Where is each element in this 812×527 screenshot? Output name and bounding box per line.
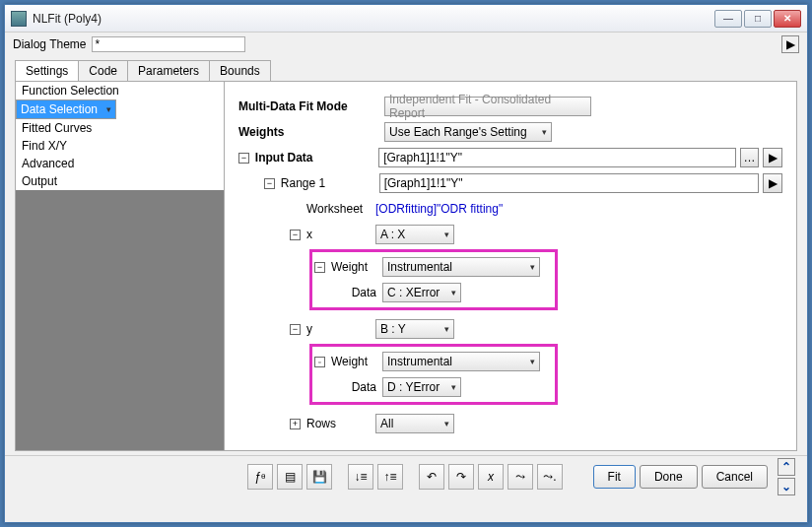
- expand-down-button[interactable]: ⌄: [778, 478, 795, 495]
- sidebar-item-data-selection[interactable]: Data Selection: [16, 99, 116, 119]
- x-expander[interactable]: −: [290, 230, 301, 240]
- weights-select[interactable]: Use Each Range's Setting: [384, 122, 552, 142]
- tool-sort-down-icon[interactable]: ↓≡: [348, 464, 373, 490]
- weights-label: Weights: [238, 125, 357, 139]
- x-label: x: [306, 228, 375, 241]
- form-area: Multi-Data Fit Mode Independent Fit - Co…: [225, 82, 796, 450]
- tool-undo-icon[interactable]: ↶: [419, 464, 444, 490]
- input-data-field[interactable]: [Graph1]1!1"Y": [378, 148, 736, 167]
- tab-bounds[interactable]: Bounds: [209, 60, 271, 81]
- sidebar-item-find-xy[interactable]: Find X/Y: [16, 137, 224, 155]
- tool-redo-icon[interactable]: ↷: [448, 464, 474, 490]
- minimize-button[interactable]: —: [714, 10, 742, 28]
- tool-formula-icon[interactable]: ƒθ: [247, 464, 273, 490]
- x-data-select[interactable]: C : XError: [382, 283, 461, 302]
- y-data-select[interactable]: D : YError: [382, 377, 461, 397]
- theme-menu-button[interactable]: ▶: [781, 35, 799, 53]
- tool-fit1-icon[interactable]: ⤳: [508, 464, 533, 490]
- multi-mode-label: Multi-Data Fit Mode: [238, 99, 357, 113]
- x-weight-expander[interactable]: −: [314, 262, 325, 273]
- titlebar: NLFit (Poly4) — □ ✕: [5, 5, 807, 33]
- range1-menu-button[interactable]: ▶: [763, 173, 782, 193]
- tab-parameters[interactable]: Parameters: [127, 60, 210, 81]
- y-label: y: [306, 322, 375, 336]
- input-data-browse-button[interactable]: …: [740, 148, 760, 167]
- app-icon: [11, 11, 27, 27]
- input-data-expander[interactable]: −: [238, 153, 249, 164]
- cancel-button[interactable]: Cancel: [702, 465, 768, 489]
- worksheet-label: Worksheet: [306, 202, 375, 216]
- done-button[interactable]: Done: [640, 465, 698, 489]
- theme-bar: Dialog Theme ▶: [5, 33, 807, 56]
- rows-expander[interactable]: +: [290, 419, 301, 429]
- x-weight-select[interactable]: Instrumental: [382, 257, 540, 277]
- theme-value[interactable]: [92, 36, 245, 52]
- sidebar: Function Selection Data Selection Fitted…: [16, 82, 225, 450]
- tab-bar: Settings Code Parameters Bounds: [15, 60, 807, 81]
- input-data-label: Input Data: [255, 151, 378, 165]
- multi-mode-select: Independent Fit - Consolidated Report: [384, 97, 591, 116]
- tab-settings[interactable]: Settings: [15, 60, 79, 81]
- maximize-button[interactable]: □: [744, 10, 772, 28]
- rows-select[interactable]: All: [375, 414, 454, 433]
- worksheet-link[interactable]: [ODRfitting]"ODR fitting": [375, 202, 503, 216]
- theme-label: Dialog Theme: [13, 37, 86, 51]
- sidebar-item-output[interactable]: Output: [16, 172, 224, 190]
- range1-expander[interactable]: −: [264, 178, 275, 189]
- tool-chi-icon[interactable]: x: [478, 464, 504, 490]
- tool-sort-up-icon[interactable]: ↑≡: [377, 464, 403, 490]
- close-button[interactable]: ✕: [774, 10, 801, 28]
- tab-panel: Function Selection Data Selection Fitted…: [15, 81, 797, 451]
- rows-label: Rows: [306, 417, 375, 430]
- dialog-window: NLFit (Poly4) — □ ✕ Dialog Theme ▶ Setti…: [4, 4, 808, 523]
- tool-page-icon[interactable]: ▤: [277, 464, 303, 490]
- sidebar-item-fitted-curves[interactable]: Fitted Curves: [16, 119, 224, 137]
- sidebar-item-advanced[interactable]: Advanced: [16, 155, 224, 172]
- y-weight-label: Weight: [331, 355, 382, 368]
- range1-label: Range 1: [281, 176, 379, 190]
- tool-save-icon[interactable]: 💾: [306, 464, 332, 490]
- y-select[interactable]: B : Y: [375, 319, 454, 339]
- y-data-label: Data: [331, 380, 382, 394]
- fit-button[interactable]: Fit: [593, 465, 636, 489]
- y-expander[interactable]: −: [290, 324, 301, 335]
- tool-fit-all-icon[interactable]: ⤳.: [537, 464, 563, 490]
- expand-up-button[interactable]: ⌃: [778, 458, 795, 476]
- tab-code[interactable]: Code: [78, 60, 128, 81]
- window-title: NLFit (Poly4): [33, 12, 714, 26]
- y-weight-expander[interactable]: ▫: [314, 357, 325, 367]
- range1-field[interactable]: [Graph1]1!1"Y": [379, 173, 760, 193]
- y-weight-select[interactable]: Instrumental: [382, 352, 540, 371]
- input-data-menu-button[interactable]: ▶: [763, 148, 782, 167]
- toolbar: ƒθ ▤ 💾 ↓≡ ↑≡ ↶ ↷ x ⤳ ⤳. Fit Done Cancel …: [5, 455, 807, 496]
- sidebar-item-function-selection[interactable]: Function Selection: [16, 82, 224, 99]
- x-weight-label: Weight: [331, 260, 382, 274]
- x-select[interactable]: A : X: [375, 225, 454, 244]
- x-data-label: Data: [331, 286, 382, 299]
